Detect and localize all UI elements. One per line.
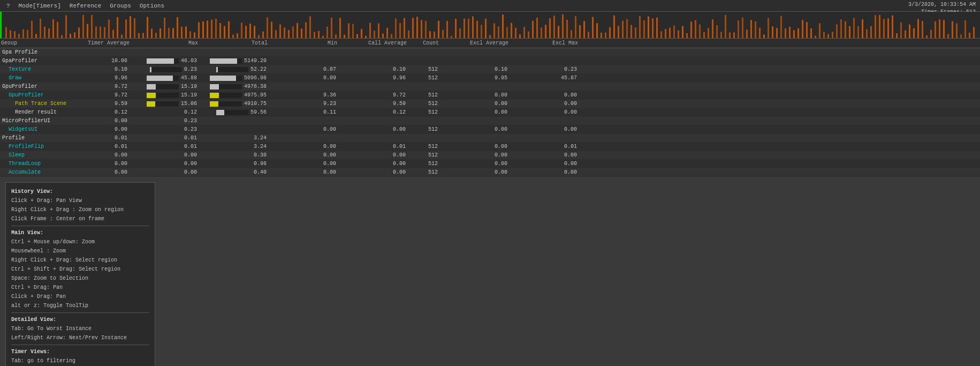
row-max: 0.23 — [128, 118, 198, 124]
svg-rect-15 — [70, 34, 71, 39]
svg-rect-47 — [207, 20, 208, 39]
table-row[interactable]: ProfileFlip0.010.013.240.000.015120.000.… — [0, 143, 980, 151]
svg-rect-61 — [267, 17, 268, 39]
svg-rect-7 — [35, 34, 37, 39]
svg-rect-141 — [609, 27, 611, 39]
svg-rect-58 — [254, 26, 255, 39]
svg-rect-83 — [361, 29, 362, 39]
row-exclmax: 0.00 — [508, 101, 578, 107]
table-row[interactable]: GpaProfiler10.0646.035149.20 — [0, 57, 980, 65]
table-row[interactable]: MicroProfilerUI0.000.23 — [0, 117, 980, 125]
row-count: 512 — [407, 144, 439, 150]
row-max: 0.23 — [128, 66, 198, 72]
row-min: 0.00 — [268, 161, 337, 167]
row-avg: 0.00 — [86, 118, 128, 124]
svg-rect-136 — [588, 32, 589, 39]
svg-rect-206 — [887, 18, 889, 39]
svg-rect-53 — [232, 35, 234, 39]
svg-rect-212 — [913, 28, 915, 39]
table-row[interactable]: Profile0.010.013.24 — [0, 134, 980, 143]
svg-rect-78 — [339, 18, 341, 39]
svg-rect-137 — [592, 17, 594, 39]
row-name: MicroProfilerUI — [0, 118, 86, 124]
table-row[interactable]: Path Trace Scene9.5915.064910.759.239.59… — [0, 100, 980, 108]
table-row[interactable]: Accumulate0.000.000.400.000.005120.000.0… — [0, 168, 980, 177]
table-row[interactable]: Texture0.100.2352.220.070.105120.100.23 — [0, 65, 980, 74]
svg-rect-135 — [583, 21, 585, 39]
table-row[interactable]: Gpa Profile — [0, 48, 980, 57]
row-callavg: 0.00 — [337, 161, 407, 167]
table-row[interactable]: ThreadLoop0.000.000.980.000.005120.000.0… — [0, 160, 980, 168]
svg-rect-40 — [177, 17, 178, 39]
svg-rect-149 — [643, 20, 645, 39]
svg-rect-174 — [750, 20, 752, 39]
svg-rect-17 — [78, 27, 80, 39]
svg-rect-143 — [618, 26, 619, 39]
svg-rect-94 — [408, 31, 409, 39]
svg-rect-79 — [344, 35, 345, 39]
row-callavg: 0.00 — [337, 169, 407, 175]
menu-question[interactable]: ? — [2, 2, 14, 10]
svg-rect-34 — [151, 29, 153, 39]
row-avg: 9.96 — [86, 75, 128, 81]
svg-rect-165 — [712, 19, 713, 39]
svg-rect-198 — [853, 18, 855, 39]
svg-rect-205 — [883, 19, 885, 39]
svg-rect-113 — [489, 35, 491, 39]
detailed-item-0: Tab: Go To Worst Instance — [11, 324, 149, 333]
svg-rect-68 — [297, 23, 298, 39]
row-callavg: 0.12 — [337, 109, 407, 115]
row-exclmax: 0.00 — [508, 161, 578, 167]
menu-mode[interactable]: Mode[Timers] — [14, 2, 65, 10]
svg-rect-28 — [125, 19, 127, 39]
row-exclavg: 0.00 — [439, 92, 508, 98]
svg-rect-6 — [31, 21, 33, 39]
svg-rect-97 — [421, 20, 422, 39]
row-avg: 0.10 — [86, 66, 128, 72]
detailed-title: Detailed View: — [11, 315, 149, 324]
svg-rect-69 — [301, 28, 302, 39]
row-exclavg: 0.00 — [439, 109, 508, 115]
menu-options[interactable]: Options — [135, 2, 169, 10]
svg-rect-213 — [917, 19, 919, 39]
table-row[interactable]: WidgetsUI0.000.230.000.005120.000.00 — [0, 125, 980, 134]
svg-rect-177 — [763, 34, 765, 39]
svg-rect-96 — [416, 17, 418, 39]
timeline[interactable] — [0, 12, 980, 39]
row-total: 4976.38 — [198, 84, 268, 89]
row-max: 46.03 — [128, 58, 198, 64]
row-exclavg: 0.00 — [439, 161, 508, 167]
table-row[interactable]: Render result0.120.1259.560.110.125120.0… — [0, 108, 980, 117]
row-name: WidgetsUI — [0, 126, 86, 132]
svg-rect-25 — [112, 30, 114, 39]
row-name: ThreadLoop — [0, 161, 86, 167]
svg-rect-5 — [27, 30, 28, 39]
row-count: 512 — [407, 161, 439, 167]
svg-rect-92 — [399, 23, 401, 39]
table-row[interactable]: draw9.9645.885096.980.099.965129.9545.87 — [0, 74, 980, 83]
table-row[interactable]: GpuProfiler9.7215.194975.959.369.725120.… — [0, 91, 980, 100]
svg-rect-161 — [695, 20, 696, 39]
svg-rect-139 — [601, 33, 602, 39]
svg-rect-66 — [288, 30, 290, 39]
svg-rect-157 — [678, 31, 679, 39]
svg-rect-109 — [472, 17, 474, 39]
svg-rect-182 — [785, 28, 786, 39]
svg-rect-184 — [793, 30, 795, 39]
menu-groups[interactable]: Groups — [105, 2, 135, 10]
svg-rect-120 — [519, 34, 521, 39]
svg-rect-31 — [138, 33, 140, 39]
svg-rect-181 — [780, 16, 782, 39]
row-exclavg: 0.00 — [439, 126, 508, 132]
svg-rect-39 — [172, 28, 174, 39]
menu-reference[interactable]: Reference — [65, 2, 105, 10]
table-row[interactable]: Sleep0.000.000.300.000.005120.000.00 — [0, 151, 980, 160]
table-row[interactable]: GpuProfiler9.7215.194976.38 — [0, 83, 980, 91]
row-callavg: 0.01 — [337, 144, 407, 150]
row-exclmax: 0.01 — [508, 144, 578, 150]
svg-rect-71 — [309, 16, 311, 39]
row-max: 15.19 — [128, 92, 198, 98]
svg-rect-115 — [498, 26, 499, 39]
col-total: Total — [199, 40, 269, 46]
row-callavg: 0.00 — [337, 126, 407, 132]
